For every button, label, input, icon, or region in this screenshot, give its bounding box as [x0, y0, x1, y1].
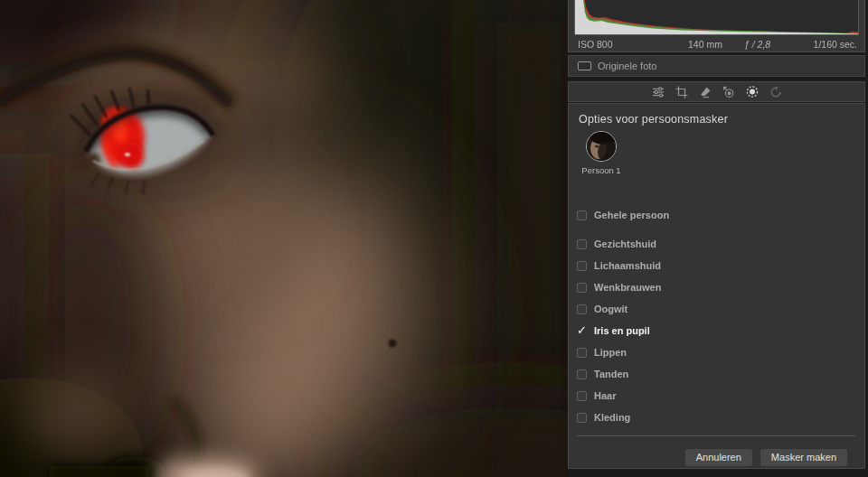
- crop-icon[interactable]: [675, 86, 688, 98]
- histogram-curves: [575, 0, 859, 34]
- edit-tool-strip: [568, 81, 865, 102]
- checkbox[interactable]: [577, 413, 587, 423]
- option-label: Kleding: [594, 412, 630, 423]
- exif-aperture: ƒ / 2,8: [744, 35, 770, 53]
- checkbox[interactable]: [577, 239, 587, 249]
- mask-option-row[interactable]: Lippen: [569, 341, 864, 363]
- masking-icon[interactable]: [746, 86, 759, 98]
- checkbox[interactable]: [577, 326, 587, 336]
- option-label: Lippen: [594, 347, 627, 358]
- photo-canvas[interactable]: [0, 0, 569, 477]
- person-name: Persoon 1: [576, 165, 627, 175]
- histogram-luminance: [575, 0, 859, 34]
- checkbox[interactable]: [577, 210, 587, 220]
- cancel-button[interactable]: Annuleren: [685, 449, 752, 466]
- person-avatar[interactable]: [586, 131, 617, 162]
- original-photo-label: Originele foto: [598, 61, 656, 71]
- mask-option-row[interactable]: Wenkbrauwen: [569, 276, 864, 298]
- edit-sliders-icon[interactable]: [652, 86, 665, 98]
- histogram[interactable]: [574, 0, 859, 35]
- mask-options-list: Gehele persoon Gezichtshuid Lichaamshuid…: [569, 204, 864, 428]
- mask-option-row[interactable]: Kleding: [569, 407, 864, 428]
- person-item[interactable]: Persoon 1: [576, 131, 627, 175]
- mask-option-row[interactable]: Lichaamshuid: [569, 255, 864, 276]
- panel-title: Opties voor persoonsmasker: [579, 113, 728, 126]
- mask-option-row[interactable]: Tanden: [569, 363, 864, 385]
- option-label: Gezichtshuid: [594, 238, 656, 249]
- checkbox[interactable]: [577, 261, 587, 271]
- option-label: Lichaamshuid: [594, 260, 661, 271]
- checkbox[interactable]: [577, 283, 587, 293]
- option-label: Haar: [594, 390, 616, 401]
- option-label: Tanden: [594, 369, 628, 379]
- red-eye-icon[interactable]: [722, 86, 735, 98]
- mask-option-row[interactable]: Haar: [569, 385, 864, 407]
- button-row: Annuleren Masker maken: [685, 449, 847, 466]
- create-mask-button[interactable]: Masker maken: [760, 449, 847, 466]
- mask-option-row[interactable]: Oogwit: [569, 298, 864, 320]
- option-label: Wenkbrauwen: [594, 282, 661, 293]
- mask-option-row[interactable]: Gehele persoon: [569, 204, 864, 226]
- photo-frame-icon: [578, 61, 591, 70]
- mask-option-row[interactable]: Iris en pupil: [569, 320, 864, 341]
- divider: [577, 435, 855, 436]
- exif-iso: ISO 800: [578, 35, 613, 53]
- original-photo-bar[interactable]: Originele foto: [568, 55, 865, 77]
- checkbox[interactable]: [577, 369, 587, 379]
- checkbox[interactable]: [577, 348, 587, 358]
- checkbox[interactable]: [577, 391, 587, 401]
- option-label: Iris en pupil: [594, 325, 650, 336]
- exif-shutter: 1/160 sec.: [814, 35, 857, 53]
- option-label: Oogwit: [594, 304, 627, 314]
- presets-icon[interactable]: [769, 86, 782, 98]
- healing-icon[interactable]: [699, 86, 712, 98]
- lightroom-window: ISO 800 140 mm ƒ / 2,8 1/160 sec. Origin…: [0, 0, 868, 477]
- person-mask-options-panel: Opties voor persoonsmasker Persoon 1 Geh…: [568, 103, 865, 469]
- option-label: Gehele persoon: [594, 210, 669, 220]
- mask-option-row[interactable]: Gezichtshuid: [569, 233, 864, 255]
- portrait-photo: [0, 0, 569, 477]
- exif-focal-length: 140 mm: [688, 35, 722, 53]
- histogram-panel: ISO 800 140 mm ƒ / 2,8 1/160 sec.: [568, 0, 865, 52]
- exif-row: ISO 800 140 mm ƒ / 2,8 1/160 sec.: [569, 35, 864, 53]
- checkbox[interactable]: [577, 304, 587, 314]
